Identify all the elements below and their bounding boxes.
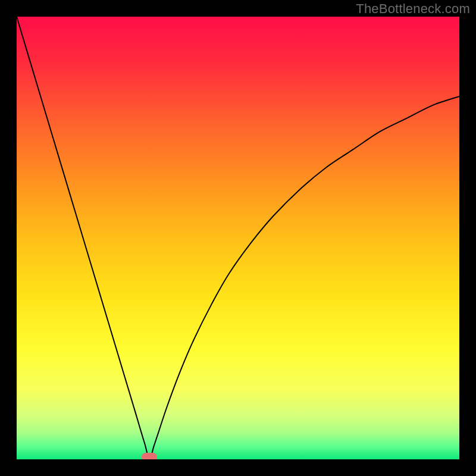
bottleneck-curve (17, 17, 459, 459)
watermark-text: TheBottleneck.com (356, 1, 470, 17)
vertex-marker (142, 453, 157, 459)
plot-area (17, 17, 459, 459)
chart-frame: TheBottleneck.com (0, 0, 476, 476)
